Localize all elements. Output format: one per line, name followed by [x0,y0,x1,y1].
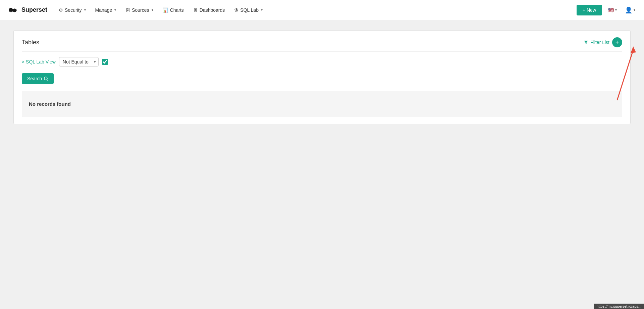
nav-security-label: Security [65,7,82,13]
nav-sources-label: Sources [132,7,149,13]
brand-logo-link[interactable]: Superset [7,4,47,16]
dashboard-icon: 🎛 [193,7,198,13]
filter-tag-sql-lab-view[interactable]: × SQL Lab View [22,59,56,64]
sqllab-caret-icon: ▾ [261,8,263,12]
nav-sqllab[interactable]: ⚗ SQL Lab ▾ [229,0,267,20]
nav-dashboards-label: Dashboards [200,7,225,13]
bar-chart-icon: 📊 [163,7,168,13]
brand-name: Superset [21,6,47,13]
filter-row: × SQL Lab View Not Equal to Equal to Lik… [22,57,622,67]
svg-marker-3 [631,46,636,53]
nav-sources[interactable]: 🗄 Sources ▾ [121,0,158,20]
flag-icon: 🇺🇸 [608,7,614,13]
filter-icon [584,40,588,45]
filter-operator-select[interactable]: Not Equal to Equal to Like Not Like [59,57,99,67]
nav-charts-label: Charts [170,7,184,13]
user-icon: 👤 [625,6,632,14]
panel-title: Tables [22,39,39,46]
security-caret-icon: ▾ [84,8,86,12]
flask-icon: ⚗ [234,7,238,13]
new-button[interactable]: + New [577,5,602,15]
search-icon [44,77,48,81]
gear-icon: ⚙ [59,7,63,13]
database-icon: 🗄 [125,7,130,13]
nav-manage[interactable]: Manage ▾ [91,0,121,20]
panel-header: Tables Filter List + [22,37,622,52]
infinity-logo-icon [7,4,19,16]
nav-dashboards[interactable]: 🎛 Dashboards [189,0,230,20]
nav-charts[interactable]: 📊 Charts [158,0,189,20]
user-menu[interactable]: 👤 ▾ [623,5,637,15]
search-button-row: Search [22,73,622,84]
no-records-message: No records found [29,101,71,107]
tables-panel: Tables Filter List + × SQL Lab View Not … [13,30,631,124]
navbar: Superset ⚙ Security ▾ Manage ▾ 🗄 Sources… [0,0,644,20]
filter-list-button[interactable]: Filter List [584,40,609,45]
main-content: Tables Filter List + × SQL Lab View Not … [0,20,644,134]
nav-manage-label: Manage [95,7,112,13]
add-filter-button[interactable]: + [612,37,622,47]
language-caret-icon: ▾ [615,8,617,12]
filter-list-label: Filter List [590,40,609,45]
search-label: Search [27,76,42,81]
no-records-area: No records found [22,91,622,117]
filter-tag-label: × SQL Lab View [22,59,56,64]
search-button[interactable]: Search [22,73,54,84]
manage-caret-icon: ▾ [114,8,116,12]
language-dropdown[interactable]: 🇺🇸 ▾ [606,6,619,14]
filter-select-wrapper: Not Equal to Equal to Like Not Like [59,57,99,67]
nav-security[interactable]: ⚙ Security ▾ [54,0,91,20]
nav-items: ⚙ Security ▾ Manage ▾ 🗄 Sources ▾ 📊 Char… [54,0,577,20]
sources-caret-icon: ▾ [152,8,153,12]
nav-sqllab-label: SQL Lab [240,7,259,13]
svg-line-1 [47,80,48,81]
nav-right: + New 🇺🇸 ▾ 👤 ▾ [577,5,637,15]
filter-list-area: Filter List + [584,37,622,47]
user-caret-icon: ▾ [634,8,635,12]
filter-checkbox[interactable] [102,59,108,65]
